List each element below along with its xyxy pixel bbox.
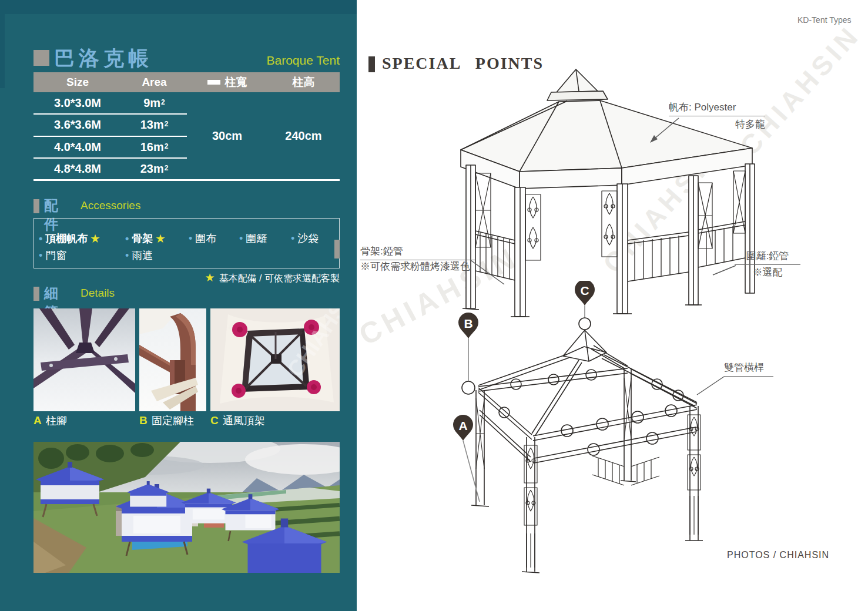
page: 巴洛克帳 Baroque Tent Size Area 柱寬 柱高 3.0*3.… bbox=[0, 0, 868, 611]
star-icon: ★ bbox=[91, 233, 99, 244]
svg-text:A: A bbox=[458, 419, 467, 432]
annotation-frame-line2: ※可依需求粉體烤漆選色 bbox=[360, 260, 475, 273]
annotation-fence-line2: ※選配 bbox=[735, 265, 800, 279]
size-value: 3.6*3.6M bbox=[33, 114, 122, 136]
heading-bar-icon bbox=[33, 199, 39, 213]
annotation-canopy: 帆布: Polyester 特多龍 bbox=[669, 101, 765, 131]
star-icon: ★ bbox=[205, 271, 215, 284]
accessories-note: ★基本配備 / 可依需求選配客製 bbox=[176, 271, 340, 285]
area-value: 13m2 bbox=[122, 114, 187, 136]
gazebo-canopy-drawing bbox=[385, 56, 758, 317]
caption-a: A柱腳 bbox=[33, 414, 67, 428]
title-square-icon bbox=[33, 50, 49, 66]
panel-left-shade bbox=[0, 0, 5, 88]
annotation-fence-line1: 圍籬:錏管 bbox=[735, 250, 800, 265]
kd-tent-types-label: KD-Tent Types bbox=[797, 15, 852, 25]
size-value: 4.0*4.0M bbox=[33, 136, 122, 158]
photo-credit: PHOTOS / CHIAHSIN bbox=[727, 550, 829, 560]
annotation-frame-line1: 骨架:錏管 bbox=[360, 245, 475, 260]
caption-c: C通風頂架 bbox=[210, 414, 265, 428]
pole-height-value: 240cm bbox=[267, 92, 340, 179]
column-pole-width: 柱寬 bbox=[187, 72, 267, 92]
size-value: 4.8*4.8M bbox=[33, 158, 122, 180]
column-pole-height: 柱高 bbox=[267, 72, 340, 92]
accessory-item: 圍籬 bbox=[239, 231, 267, 246]
svg-text:B: B bbox=[464, 317, 472, 330]
tent-site-photo bbox=[33, 442, 340, 573]
detail-photo-pole-base bbox=[33, 308, 135, 411]
svg-text:C: C bbox=[580, 284, 589, 297]
annotation-beam: 雙管橫桿 bbox=[724, 361, 773, 377]
accessory-item: 沙袋 bbox=[291, 231, 319, 246]
page-title: 巴洛克帳 bbox=[54, 45, 153, 72]
spec-table-header: Size Area 柱寬 柱高 bbox=[33, 72, 340, 92]
accessory-item: 圍布 bbox=[189, 231, 216, 246]
gazebo-frame-drawing: C B A bbox=[453, 281, 729, 592]
column-size: Size bbox=[33, 72, 122, 92]
box-right-tab bbox=[334, 240, 340, 258]
page-title-english: Baroque Tent bbox=[176, 53, 340, 68]
accessory-item: 頂棚帆布★ bbox=[39, 231, 100, 246]
table-bottom-rule bbox=[33, 179, 340, 181]
heading-bar-icon bbox=[33, 287, 39, 301]
annotation-beam-label: 雙管橫桿 bbox=[724, 361, 773, 377]
marker-pin-a: A bbox=[453, 415, 473, 441]
marker-pin-c: C bbox=[575, 281, 595, 306]
accessory-item: 門窗 bbox=[39, 249, 66, 263]
column-area: Area bbox=[122, 72, 187, 92]
special-points-bar-icon bbox=[368, 56, 375, 72]
spec-table-body: 3.0*3.0M 9m2 3.6*3.6M 13m2 4.0*4.0M 16m2… bbox=[33, 92, 340, 180]
star-icon: ★ bbox=[156, 233, 165, 244]
row-separator bbox=[33, 157, 187, 159]
row-separator bbox=[33, 113, 187, 115]
annotation-fence: 圍籬:錏管 ※選配 bbox=[735, 250, 800, 279]
left-panel: 巴洛克帳 Baroque Tent Size Area 柱寬 柱高 3.0*3.… bbox=[0, 0, 357, 611]
detail-photo-vent-frame: CHIAHS bbox=[210, 308, 340, 411]
panel-top-shade bbox=[0, 0, 357, 14]
details-heading-en: Details bbox=[81, 287, 115, 300]
annotation-canopy-line1: 帆布: Polyester bbox=[669, 101, 765, 116]
caption-b: B固定腳柱 bbox=[139, 414, 194, 428]
area-value: 23m2 bbox=[122, 158, 187, 180]
accessories-box: 頂棚帆布★ 骨架★ 圍布 圍籬 沙袋 門窗 雨遮 bbox=[33, 218, 340, 268]
size-value: 3.0*3.0M bbox=[33, 92, 122, 114]
annotation-canopy-line2: 特多龍 bbox=[669, 116, 765, 131]
accessory-item: 骨架★ bbox=[125, 231, 165, 246]
accessories-heading-en: Accessories bbox=[81, 199, 140, 212]
pole-width-dash-icon bbox=[207, 80, 220, 85]
area-value: 9m2 bbox=[122, 92, 187, 114]
area-value: 16m2 bbox=[122, 136, 187, 158]
marker-pin-b: B bbox=[458, 313, 478, 338]
accessory-item: 雨遮 bbox=[125, 249, 153, 263]
pole-width-value: 30cm bbox=[187, 92, 267, 179]
annotation-frame: 骨架:錏管 ※可依需求粉體烤漆選色 bbox=[360, 245, 475, 273]
detail-photo-fixed-pole bbox=[139, 308, 206, 411]
row-separator bbox=[33, 136, 187, 137]
